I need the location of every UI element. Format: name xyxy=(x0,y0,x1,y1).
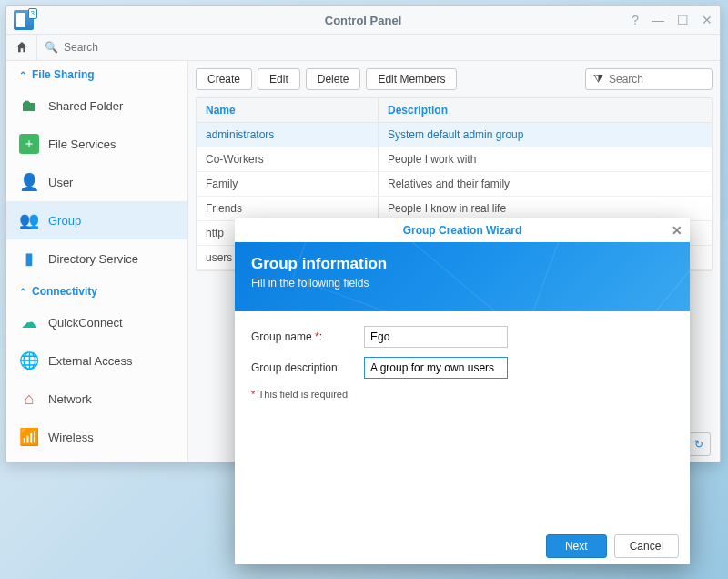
content-search[interactable]: ⧩ xyxy=(585,68,713,90)
cell-name: Family xyxy=(197,172,379,196)
network-icon: ⌂ xyxy=(19,389,39,409)
column-description[interactable]: Description xyxy=(379,98,712,122)
filter-icon: ⧩ xyxy=(593,72,603,86)
sidebar-search-input[interactable] xyxy=(64,41,164,54)
sidebar: ⌃ File Sharing 🖿Shared Folder ＋File Serv… xyxy=(6,61,188,462)
group-description-label: Group description: xyxy=(251,361,364,374)
maximize-icon[interactable]: ☐ xyxy=(677,13,689,27)
search-icon: 🔍 xyxy=(45,41,58,54)
book-icon: ▮ xyxy=(19,249,39,269)
sidebar-item-label: Network xyxy=(48,392,92,406)
sidebar-item-file-services[interactable]: ＋File Services xyxy=(6,125,187,163)
sidebar-item-label: Shared Folder xyxy=(48,99,123,113)
home-icon xyxy=(15,40,29,55)
cancel-button[interactable]: Cancel xyxy=(614,534,679,558)
delete-button[interactable]: Delete xyxy=(306,68,361,90)
group-icon: 👥 xyxy=(19,210,39,230)
cell-description: People I know in real life xyxy=(379,197,712,220)
sidebar-item-directory-service[interactable]: ▮Directory Service xyxy=(6,239,187,278)
group-creation-wizard: Group Creation Wizard ✕ Group informatio… xyxy=(235,218,690,564)
close-icon[interactable]: ✕ xyxy=(702,13,713,27)
table-row[interactable]: Co-WorkersPeople I work with xyxy=(197,147,712,172)
sidebar-item-user[interactable]: 👤User xyxy=(6,163,187,201)
content-toolbar: Create Edit Delete Edit Members ⧩ xyxy=(196,68,713,90)
sidebar-item-label: User xyxy=(48,176,73,189)
group-name-label: Group name *: xyxy=(251,330,364,343)
group-name-input[interactable] xyxy=(364,326,508,348)
cell-description: Relatives and their family xyxy=(379,172,712,196)
cell-name: Friends xyxy=(197,197,379,220)
chevron-up-icon: ⌃ xyxy=(19,70,26,80)
dialog-body: Group name *: Group description: * This … xyxy=(235,311,690,528)
required-note: This field is required. xyxy=(258,389,351,400)
edit-members-button[interactable]: Edit Members xyxy=(366,68,457,90)
section-label: File Sharing xyxy=(32,68,95,81)
sidebar-item-label: External Access xyxy=(48,354,133,368)
sidebar-item-external-access[interactable]: 🌐External Access xyxy=(6,341,187,380)
sidebar-item-quickconnect[interactable]: ☁QuickConnect xyxy=(6,303,187,341)
cell-name: Co-Workers xyxy=(197,147,379,171)
sidebar-item-label: Wireless xyxy=(48,431,94,444)
title-bar: 3 Control Panel ? ― ☐ ✕ xyxy=(6,6,720,34)
section-connectivity[interactable]: ⌃ Connectivity xyxy=(6,278,187,303)
sidebar-item-shared-folder[interactable]: 🖿Shared Folder xyxy=(6,86,187,125)
edit-button[interactable]: Edit xyxy=(258,68,300,90)
sidebar-item-wireless[interactable]: 📶Wireless xyxy=(6,418,187,456)
refresh-button[interactable]: ↻ xyxy=(687,432,711,456)
home-button[interactable] xyxy=(6,35,37,60)
table-row[interactable]: administratorsSystem default admin group xyxy=(197,123,712,147)
plus-icon: ＋ xyxy=(19,134,39,154)
folder-icon: 🖿 xyxy=(19,96,39,116)
sidebar-search[interactable]: 🔍 xyxy=(37,41,188,54)
user-icon: 👤 xyxy=(19,172,39,192)
dialog-title: Group Creation Wizard xyxy=(403,224,522,237)
table-row[interactable]: FriendsPeople I know in real life xyxy=(197,197,712,221)
app-icon: 3 xyxy=(14,10,34,30)
content-search-input[interactable] xyxy=(609,73,704,86)
minimize-icon[interactable]: ― xyxy=(652,13,664,27)
sidebar-item-label: Directory Service xyxy=(48,252,138,266)
sidebar-item-network[interactable]: ⌂Network xyxy=(6,380,187,418)
dialog-footer: Next Cancel xyxy=(235,528,690,564)
sidebar-item-label: QuickConnect xyxy=(48,316,123,330)
help-icon[interactable]: ? xyxy=(632,13,639,27)
column-name[interactable]: Name xyxy=(197,98,379,122)
top-toolbar: 🔍 xyxy=(6,34,720,61)
sidebar-item-group[interactable]: 👥Group xyxy=(6,201,187,239)
chevron-up-icon: ⌃ xyxy=(19,287,26,297)
dialog-title-bar: Group Creation Wizard ✕ xyxy=(235,218,690,242)
create-button[interactable]: Create xyxy=(196,68,252,90)
globe-icon: 🌐 xyxy=(19,350,39,371)
wifi-icon: 📶 xyxy=(19,427,39,447)
dialog-banner: Group information Fill in the following … xyxy=(235,242,690,311)
sidebar-item-label: Group xyxy=(48,214,81,228)
dialog-subheading: Fill in the following fields xyxy=(251,277,673,290)
table-row[interactable]: FamilyRelatives and their family xyxy=(197,172,712,197)
cell-description: System default admin group xyxy=(379,123,712,147)
section-label: Connectivity xyxy=(32,285,97,298)
section-file-sharing[interactable]: ⌃ File Sharing xyxy=(6,61,187,86)
sidebar-item-label: File Services xyxy=(48,137,116,151)
next-button[interactable]: Next xyxy=(546,534,607,558)
group-description-input[interactable] xyxy=(364,357,508,379)
cloud-icon: ☁ xyxy=(19,312,39,332)
dialog-heading: Group information xyxy=(251,255,673,273)
dialog-close-icon[interactable]: ✕ xyxy=(672,223,682,238)
cell-name: administrators xyxy=(197,123,379,147)
window-title: Control Panel xyxy=(325,14,402,27)
cell-description: People I work with xyxy=(379,147,712,171)
